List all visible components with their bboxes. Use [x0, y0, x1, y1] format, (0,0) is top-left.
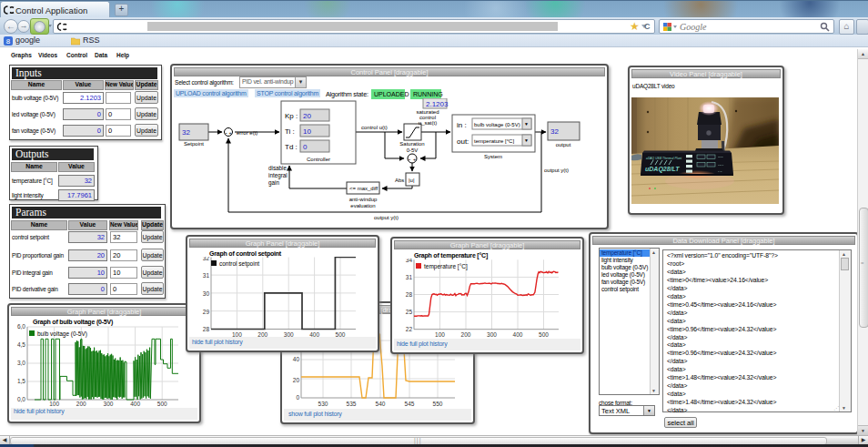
svg-text:temperature [°C]: temperature [°C]: [424, 263, 468, 270]
svg-text:Ti :: Ti :: [285, 127, 295, 136]
svg-text:400: 400: [130, 401, 140, 407]
svg-text:uDAQ28/LT: uDAQ28/LT: [645, 166, 680, 173]
svg-text:<= max_diff: <= max_diff: [349, 186, 378, 191]
svg-text:control u(t): control u(t): [361, 125, 388, 130]
svg-text:30: 30: [203, 290, 210, 297]
svg-text:32: 32: [182, 128, 190, 137]
svg-text:550: 550: [433, 401, 443, 407]
svg-text:bulb voltage (0-5V): bulb voltage (0-5V): [37, 330, 87, 338]
svg-text:out:: out:: [457, 137, 469, 146]
svg-text:535: 535: [347, 401, 357, 407]
svg-text:gain: gain: [268, 179, 279, 187]
svg-text:output: output: [556, 142, 571, 147]
svg-text:29: 29: [203, 309, 210, 315]
svg-text:0: 0: [296, 394, 299, 401]
svg-text:200: 200: [76, 401, 86, 407]
svg-text:20: 20: [293, 377, 300, 383]
svg-text:530: 530: [318, 401, 328, 407]
svg-text:28: 28: [406, 291, 413, 298]
svg-text:|u|: |u|: [409, 178, 415, 183]
svg-text:disable: disable: [268, 165, 287, 171]
svg-text:32: 32: [203, 257, 210, 261]
svg-text:500: 500: [157, 401, 167, 407]
svg-text:Abs: Abs: [395, 178, 404, 183]
svg-text:2.1203: 2.1203: [426, 100, 449, 108]
svg-text:integral: integral: [268, 172, 288, 179]
svg-text:540: 540: [376, 401, 386, 407]
svg-text:545: 545: [405, 401, 415, 407]
svg-text:0: 0: [303, 143, 308, 151]
svg-text:Td :: Td :: [285, 143, 298, 151]
svg-text:in :: in :: [457, 121, 467, 129]
svg-text:Kp :: Kp :: [285, 112, 298, 120]
svg-text:evaluation: evaluation: [350, 203, 375, 208]
svg-text:3,0: 3,0: [17, 360, 25, 366]
svg-text:TEMP: TEMP: [718, 156, 724, 157]
svg-text:bulb voltage (0-5V): bulb voltage (0-5V): [474, 122, 520, 127]
svg-text:error e(t): error e(t): [237, 130, 257, 136]
svg-text:300: 300: [104, 401, 114, 407]
svg-text:6,0: 6,0: [17, 323, 25, 330]
svg-text:31: 31: [406, 274, 413, 280]
svg-text:31: 31: [203, 272, 210, 279]
svg-text:34: 34: [406, 259, 413, 263]
svg-text:4,5: 4,5: [17, 341, 25, 348]
svg-text:100: 100: [49, 401, 59, 407]
svg-text:22: 22: [406, 326, 413, 332]
svg-text:System: System: [484, 154, 502, 159]
svg-text:400: 400: [513, 331, 523, 338]
svg-text:control setpoint: control setpoint: [219, 260, 259, 268]
svg-text:FAN: FAN: [718, 170, 722, 172]
svg-text:0,0: 0,0: [17, 396, 25, 402]
svg-text:28: 28: [203, 326, 210, 332]
svg-text:Controller: Controller: [307, 157, 330, 162]
svg-text:+: +: [413, 157, 416, 162]
svg-text:anti-windup: anti-windup: [349, 197, 378, 202]
svg-text:1,5: 1,5: [17, 378, 25, 384]
svg-text:100: 100: [435, 331, 445, 338]
svg-text:output y(t): output y(t): [544, 168, 569, 173]
svg-text:Saturation: Saturation: [399, 141, 424, 147]
svg-text:Setpoint: Setpoint: [184, 141, 204, 147]
svg-text:u_sat(t): u_sat(t): [419, 120, 437, 126]
svg-text:300: 300: [487, 331, 497, 338]
svg-text:uDAQ USB Thermal Plant: uDAQ USB Thermal Plant: [646, 157, 682, 160]
svg-text:20: 20: [303, 112, 311, 120]
svg-text:LIGHT: LIGHT: [718, 164, 724, 166]
svg-text:-: -: [409, 157, 410, 162]
svg-text:200: 200: [461, 331, 471, 338]
svg-text:▼: ▼: [524, 121, 529, 127]
svg-text:10: 10: [303, 127, 311, 136]
svg-text:32: 32: [550, 127, 559, 136]
svg-text:▼: ▼: [524, 137, 529, 143]
svg-text:25: 25: [406, 309, 413, 315]
svg-text:40: 40: [293, 356, 300, 362]
svg-text:temperature [°C]: temperature [°C]: [474, 138, 514, 144]
svg-text:-: -: [226, 130, 227, 136]
svg-text:+: +: [229, 130, 232, 136]
svg-text:8: 8: [6, 37, 11, 46]
svg-text:500: 500: [539, 331, 549, 338]
svg-text:0-5V: 0-5V: [407, 147, 419, 153]
svg-text:output y(t): output y(t): [374, 215, 399, 220]
